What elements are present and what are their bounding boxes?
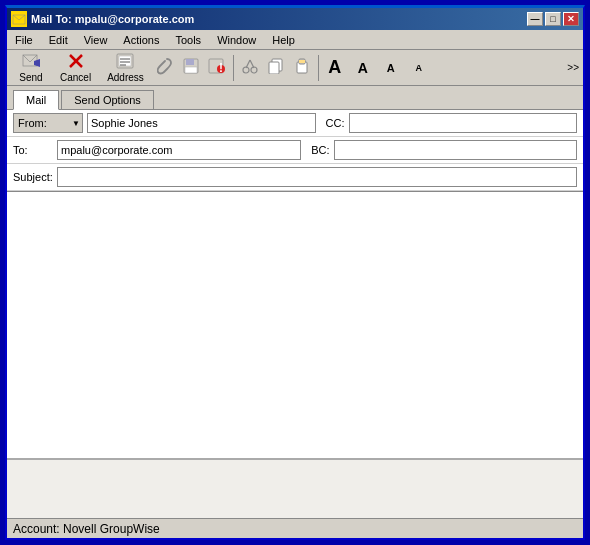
svg-rect-12 — [185, 67, 197, 73]
title-bar: Mail To: mpalu@corporate.com — □ ✕ — [7, 8, 583, 30]
toolbar: Send Cancel Add — [7, 50, 583, 86]
title-buttons: — □ ✕ — [527, 12, 579, 26]
from-input[interactable] — [87, 113, 316, 133]
form-area: From: CC: To: BC: Subject: — [7, 110, 583, 192]
save-button[interactable] — [179, 54, 203, 82]
status-text: Account: Novell GroupWise — [13, 522, 160, 536]
subject-row: Subject: — [7, 164, 583, 191]
subject-input[interactable] — [57, 167, 577, 187]
menu-edit[interactable]: Edit — [45, 33, 72, 47]
toolbar-expand[interactable]: >> — [567, 62, 579, 73]
svg-rect-21 — [269, 62, 279, 74]
cut-button[interactable] — [238, 54, 262, 82]
from-row: From: CC: — [7, 110, 583, 137]
menu-actions[interactable]: Actions — [119, 33, 163, 47]
attach-icon — [157, 57, 173, 78]
from-select-wrapper[interactable]: From: — [13, 113, 83, 133]
tab-mail[interactable]: Mail — [13, 90, 59, 110]
font-size-xsmall-button[interactable]: A — [407, 54, 431, 82]
cut-icon — [242, 58, 258, 77]
address-button[interactable]: Address — [100, 53, 151, 83]
address-icon — [116, 53, 134, 71]
body-area[interactable] — [7, 192, 583, 458]
to-input[interactable] — [57, 140, 301, 160]
subject-label: Subject: — [13, 171, 53, 183]
font-size-large-button[interactable]: A — [323, 54, 347, 82]
minimize-button[interactable]: — — [527, 12, 543, 26]
spell-icon: ! — [208, 58, 226, 77]
bc-label: BC: — [305, 144, 330, 156]
bc-input[interactable] — [334, 140, 578, 160]
toolbar-separator-1 — [233, 55, 234, 81]
svg-text:!: ! — [219, 61, 223, 74]
menu-help[interactable]: Help — [268, 33, 299, 47]
font-size-controls: A A A A — [323, 54, 431, 82]
menu-file[interactable]: File — [11, 33, 37, 47]
svg-line-19 — [250, 60, 254, 68]
tab-send-options[interactable]: Send Options — [61, 90, 154, 109]
tabs-bar: Mail Send Options — [7, 86, 583, 110]
maximize-button[interactable]: □ — [545, 12, 561, 26]
address-label: Address — [107, 72, 144, 83]
send-label: Send — [19, 72, 42, 83]
send-button[interactable]: Send — [11, 53, 51, 83]
copy-button[interactable] — [264, 54, 288, 82]
paste-button[interactable] — [290, 54, 314, 82]
copy-icon — [268, 58, 284, 77]
to-label: To: — [13, 144, 53, 156]
close-button[interactable]: ✕ — [563, 12, 579, 26]
send-icon — [22, 53, 40, 71]
cancel-button[interactable]: Cancel — [53, 53, 98, 83]
cancel-label: Cancel — [60, 72, 91, 83]
font-size-small-button[interactable]: A — [379, 54, 403, 82]
svg-rect-24 — [299, 60, 305, 63]
font-size-med-button[interactable]: A — [351, 54, 375, 82]
menu-view[interactable]: View — [80, 33, 112, 47]
svg-rect-11 — [186, 59, 194, 65]
cancel-icon — [68, 53, 84, 71]
save-icon — [183, 58, 199, 77]
paste-icon — [294, 58, 310, 77]
toolbar-separator-2 — [318, 55, 319, 81]
cc-input[interactable] — [349, 113, 578, 133]
from-select[interactable]: From: — [13, 113, 83, 133]
window-icon — [11, 11, 27, 27]
title-bar-left: Mail To: mpalu@corporate.com — [11, 11, 194, 27]
spell-button[interactable]: ! — [205, 54, 229, 82]
signature-area — [7, 458, 583, 518]
body-textarea[interactable] — [7, 192, 583, 458]
status-bar: Account: Novell GroupWise — [7, 518, 583, 538]
svg-line-18 — [246, 60, 250, 68]
menu-tools[interactable]: Tools — [171, 33, 205, 47]
cc-label: CC: — [320, 117, 345, 129]
attach-button[interactable] — [153, 54, 177, 82]
menu-bar: File Edit View Actions Tools Window Help — [7, 30, 583, 50]
window-title: Mail To: mpalu@corporate.com — [31, 13, 194, 25]
to-row: To: BC: — [7, 137, 583, 164]
main-window: Mail To: mpalu@corporate.com — □ ✕ File … — [5, 5, 585, 540]
menu-window[interactable]: Window — [213, 33, 260, 47]
